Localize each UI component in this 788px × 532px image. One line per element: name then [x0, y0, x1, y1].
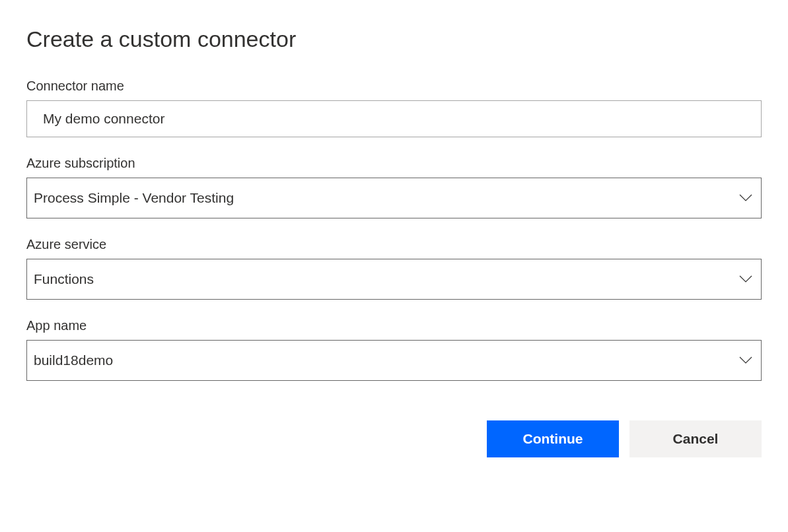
app-name-label: App name [26, 318, 762, 333]
azure-subscription-select[interactable]: Process Simple - Vendor Testing [26, 178, 762, 218]
azure-subscription-field: Azure subscription Process Simple - Vend… [26, 156, 762, 218]
continue-button[interactable]: Continue [487, 420, 619, 457]
cancel-button[interactable]: Cancel [629, 420, 762, 457]
connector-name-input[interactable] [26, 100, 762, 137]
app-name-field: App name build18demo [26, 318, 762, 381]
connector-name-field: Connector name [26, 79, 762, 137]
azure-service-label: Azure service [26, 237, 762, 252]
azure-subscription-label: Azure subscription [26, 156, 762, 171]
app-name-select[interactable]: build18demo [26, 340, 762, 381]
app-name-value: build18demo [34, 352, 113, 368]
page-title: Create a custom connector [26, 26, 762, 52]
azure-service-field: Azure service Functions [26, 237, 762, 300]
azure-subscription-value: Process Simple - Vendor Testing [34, 190, 234, 206]
connector-name-label: Connector name [26, 79, 762, 94]
button-row: Continue Cancel [26, 420, 762, 457]
azure-service-select[interactable]: Functions [26, 259, 762, 300]
azure-service-value: Functions [34, 271, 94, 287]
